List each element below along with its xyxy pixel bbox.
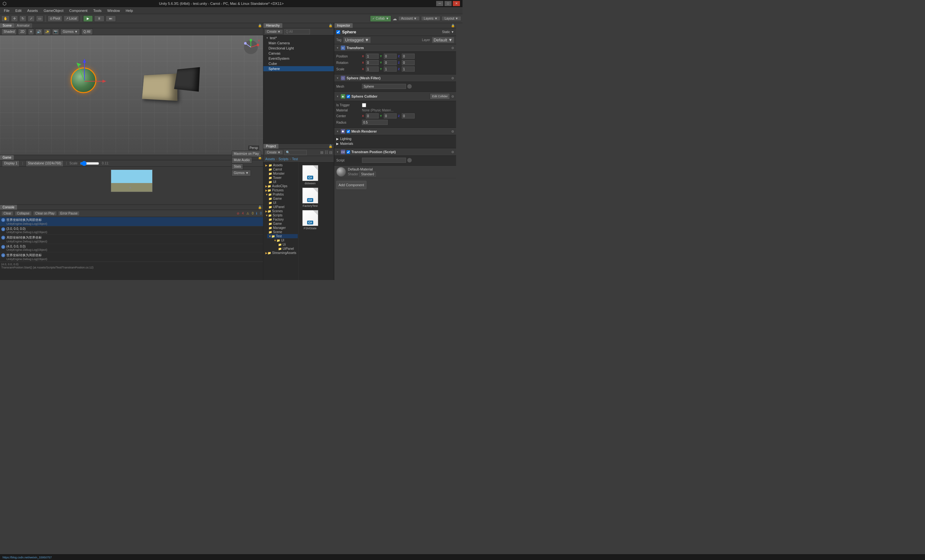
mesh-renderer-header[interactable]: ▼ ⬢ Mesh Renderer ⚙ <box>334 128 456 135</box>
asset-dotween[interactable]: C# dotween <box>301 165 319 185</box>
gizmos-button[interactable]: Gizmos ▼ <box>60 29 80 35</box>
project-tree-audioclips[interactable]: ▶📁 AudioClips <box>264 184 298 188</box>
project-tab[interactable]: Project <box>264 144 279 149</box>
edit-collider-button[interactable]: Edit Collider <box>430 93 450 99</box>
scene-canvas[interactable]: Persp ✕ <box>0 35 263 154</box>
project-create-button[interactable]: Create ▼ <box>265 150 283 155</box>
cy-input[interactable] <box>384 113 397 119</box>
mute-button[interactable]: Mute Audio <box>232 157 252 163</box>
object-active-checkbox[interactable] <box>336 30 340 34</box>
project-tree-test[interactable]: ▼📁Test <box>267 234 298 238</box>
play-button[interactable]: ▶ <box>83 15 93 22</box>
menu-file[interactable]: File <box>1 8 12 13</box>
hierarchy-create-button[interactable]: Create ▼ <box>265 29 283 34</box>
asset-fsmstate[interactable]: C# FSMState <box>301 210 319 230</box>
pause-button[interactable]: ⏸ <box>94 15 104 22</box>
console-tab[interactable]: Console <box>0 205 17 210</box>
project-tree-scenes[interactable]: ▶📁 Scenes <box>264 209 298 213</box>
resolution-button[interactable]: Standalone (1024x768) <box>26 160 63 167</box>
project-tree-factory[interactable]: 📁Factory <box>267 217 298 221</box>
project-tree-ui[interactable]: 📁 UI <box>267 180 298 184</box>
project-tree-prafebs[interactable]: ▼📁 Prafebs <box>264 192 298 197</box>
mesh-filter-settings-icon[interactable]: ⚙ <box>451 77 454 80</box>
hierarchy-item-eventsystem[interactable]: EventSystem <box>264 56 334 61</box>
error-pause-button[interactable]: Error Pause <box>58 211 80 216</box>
cx-input[interactable] <box>366 113 379 119</box>
mesh-input[interactable] <box>362 84 406 89</box>
game-tab[interactable]: Game <box>0 155 14 160</box>
menu-edit[interactable]: Edit <box>13 8 24 13</box>
project-tree-pictures[interactable]: ▶📁 Pictures <box>264 188 298 192</box>
mesh-renderer-checkbox[interactable] <box>346 130 350 133</box>
scene-light-button[interactable]: ☀ <box>28 29 34 35</box>
console-entry-1[interactable]: i (3.0, 0.0, 0.0) UnityEngine.Debug:Log(… <box>0 226 263 235</box>
hierarchy-search[interactable] <box>284 29 310 35</box>
script-input[interactable]: TranstramPosition <box>362 158 406 163</box>
menu-help[interactable]: Help <box>123 8 136 13</box>
inspector-static[interactable]: Static ▼ <box>442 30 454 34</box>
project-tree-ui3[interactable]: ▼📁UI <box>267 238 298 242</box>
layers-button[interactable]: Layers ▼ <box>421 16 441 21</box>
scripts-breadcrumb[interactable]: Scripts <box>279 157 288 161</box>
layer-dropdown[interactable]: Default ▼ <box>432 37 454 43</box>
rot-x-input[interactable] <box>366 60 379 65</box>
console-entry-2[interactable]: i 局部坐标转换为世界坐标 UnityEngine.Debug:Log(Obje… <box>0 235 263 244</box>
assets-breadcrumb[interactable]: Assets <box>265 157 275 161</box>
lighting-sub-row[interactable]: ▶ Lighting <box>336 137 454 141</box>
project-tree-scene[interactable]: 📁Scene <box>267 230 298 234</box>
scene-sphere-object[interactable] <box>71 68 96 93</box>
collab-button[interactable]: ✓ Collab ▼ <box>370 15 391 22</box>
project-search[interactable] <box>284 150 307 155</box>
console-entry-4[interactable]: i 世界坐标转换为局部坐标 UnityEngine.Debug:Log(Obje… <box>0 252 263 262</box>
pos-y-input[interactable] <box>384 54 397 59</box>
project-tree-streaming[interactable]: ▶📁 StreamingAssets <box>264 251 298 255</box>
sphere-collider-settings-icon[interactable]: ⚙ <box>451 95 454 98</box>
scale-slider[interactable] <box>80 161 99 166</box>
animator-tab[interactable]: Animator <box>14 23 32 28</box>
menu-tools[interactable]: Tools <box>90 8 104 13</box>
console-entry-0[interactable]: i 世界坐标转换为局部坐标 UnityEngine.Debug:Log(Obje… <box>0 217 263 226</box>
pos-x-input[interactable] <box>366 54 379 59</box>
step-button[interactable]: ⏭ <box>105 15 116 22</box>
cz-input[interactable] <box>402 113 415 119</box>
project-tree-assets[interactable]: ▶ 📁 Assets <box>264 163 298 167</box>
scene-fx-button[interactable]: ✨ <box>44 29 51 35</box>
tag-dropdown[interactable]: Untagged ▼ <box>343 37 371 43</box>
scene-camera-button[interactable]: 📷 <box>52 29 59 35</box>
asset-factorytest[interactable]: C# FactoryTest <box>301 188 319 208</box>
script-checkbox[interactable] <box>346 150 350 154</box>
scene-tab[interactable]: Scene <box>0 23 14 28</box>
rot-y-input[interactable] <box>384 60 397 65</box>
mesh-renderer-settings-icon[interactable]: ⚙ <box>451 130 454 133</box>
hierarchy-item-sphere[interactable]: Sphere <box>264 66 334 71</box>
stats-button[interactable]: Stats <box>232 163 244 170</box>
console-entry-3[interactable]: i (4.0, 0.0, 0.0) UnityEngine.Debug:Log(… <box>0 244 263 252</box>
mesh-selector-button[interactable] <box>407 84 412 89</box>
hierarchy-item-dirlight[interactable]: Directional Light <box>264 45 334 51</box>
minimize-button[interactable]: ─ <box>436 1 443 6</box>
pivot-button[interactable]: ⊙ Pivot <box>48 15 62 22</box>
game-gizmos-button[interactable]: Gizmos ▼ <box>232 170 251 176</box>
add-component-button[interactable]: Add Component <box>336 181 366 189</box>
project-tree-game[interactable]: 📁Game <box>267 197 298 201</box>
test-breadcrumb[interactable]: Test <box>292 157 298 161</box>
mesh-filter-header[interactable]: ▼ ⬡ Sphere (Mesh Filter) ⚙ <box>334 74 456 82</box>
maximize-play-button[interactable]: Maximize on Play <box>232 151 261 157</box>
scale-y-input[interactable] <box>384 66 397 72</box>
project-tree-uipanel[interactable]: 📁UIPanel <box>267 205 298 209</box>
transform-header[interactable]: ▼ ⇔ Transform ⚙ <box>334 44 456 52</box>
maximize-button[interactable]: □ <box>444 1 452 6</box>
hierarchy-item-canvas[interactable]: Canvas <box>264 51 334 56</box>
sphere-collider-checkbox[interactable] <box>346 95 350 98</box>
inspector-tab[interactable]: Inspector <box>334 23 353 28</box>
collapse-button[interactable]: Collapse <box>15 211 32 216</box>
clear-on-play-button[interactable]: Clear on Play <box>33 211 57 216</box>
scale-x-input[interactable] <box>366 66 379 72</box>
display-button[interactable]: Display 1 <box>2 160 20 167</box>
project-tree-ui-item[interactable]: 📁Ui <box>277 242 298 247</box>
hierarchy-item-cube[interactable]: Cube <box>264 61 334 66</box>
scale-tool-button[interactable]: ⤢ <box>28 15 35 22</box>
project-tree-tower[interactable]: 📁 Tower <box>267 176 298 180</box>
hand-tool-button[interactable]: ✋ <box>1 15 10 22</box>
pos-z-input[interactable] <box>402 54 415 59</box>
